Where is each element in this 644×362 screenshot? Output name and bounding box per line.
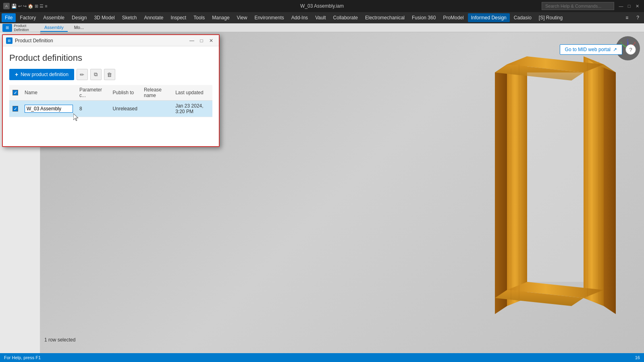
portal-button[interactable]: Go to MID web portal ↗ (560, 44, 622, 55)
external-link-icon: ↗ (613, 47, 617, 52)
menu-assemble[interactable]: Assemble (40, 13, 68, 22)
tab-model[interactable]: Mo... (70, 24, 88, 32)
name-input[interactable] (25, 105, 73, 113)
svg-marker-4 (604, 64, 616, 314)
svg-text:X: X (634, 41, 636, 44)
col-last-updated: Last updated (172, 85, 212, 101)
menu-extra-2[interactable]: ? (633, 13, 642, 22)
col-release-name: Release name (141, 85, 172, 101)
dialog-icon: ⊞ (6, 37, 12, 44)
menu-design[interactable]: Design (69, 13, 90, 22)
maximize-button[interactable]: □ (625, 2, 633, 10)
menu-routing[interactable]: [S] Routing (536, 13, 566, 22)
header-checkbox[interactable] (12, 90, 18, 95)
edit-button[interactable]: ✏ (77, 69, 88, 80)
status-right: 16 (635, 355, 640, 360)
menu-cadasio[interactable]: Cadasio (511, 13, 535, 22)
svg-marker-1 (495, 64, 507, 314)
title-bar-right: — □ ✕ (542, 2, 641, 10)
help-button[interactable]: ? (625, 44, 636, 55)
product-definition-dialog: ⊞ Product Definition — □ ✕ Product defin… (2, 34, 220, 147)
dialog-heading: Product definitions (9, 53, 212, 63)
menu-view[interactable]: View (234, 13, 251, 22)
menu-collaborate[interactable]: Collaborate (330, 13, 361, 22)
menu-sketch[interactable]: Sketch (119, 13, 140, 22)
ribbon-nav-tabs: Assembly Mo... (40, 24, 88, 32)
menu-inspect[interactable]: Inspect (168, 13, 190, 22)
product-definitions-table: Name Parameter c... Publish to Release n… (9, 85, 212, 117)
dialog-minimize-button[interactable]: — (187, 37, 196, 44)
row-checkbox-cell (9, 101, 21, 117)
menu-tools[interactable]: Tools (190, 13, 208, 22)
menu-annotate[interactable]: Annotate (141, 13, 166, 22)
selected-status: 1 row selected (44, 337, 75, 343)
minimize-button[interactable]: — (617, 2, 625, 10)
menu-environments[interactable]: Environments (251, 13, 287, 22)
menu-file[interactable]: File (2, 13, 16, 22)
delete-icon: 🗑 (107, 72, 112, 78)
ribbon-tab-bar: ⊞ Product Definition Assembly Mo... (0, 23, 644, 32)
menu-addins[interactable]: Add-Ins (288, 13, 311, 22)
table-row[interactable]: 8 Unreleased Jan 23 2024, 3:20 PM (9, 101, 212, 117)
svg-text:Z: Z (627, 39, 629, 41)
title-bar: A 💾 ↩ ↪ 🏠 ⊞ ☰ ≡ W_03 Assembly.iam — □ ✕ (0, 0, 644, 12)
menu-3dmodel[interactable]: 3D Model (91, 13, 118, 22)
copy-icon: ⧉ (94, 71, 98, 78)
status-bar: For Help, press F1 16 (0, 353, 644, 362)
dialog-title-text: Product Definition (15, 38, 185, 43)
row-release-name (141, 101, 172, 117)
menu-extra-1[interactable]: ≡ (622, 13, 632, 22)
dialog-maximize-button[interactable]: □ (197, 37, 206, 44)
product-def-icon: ⊞ (2, 24, 12, 32)
row-last-updated: Jan 23 2024, 3:20 PM (172, 101, 212, 117)
menu-electromechanical[interactable]: Electromechanical (362, 13, 408, 22)
tab-assembly[interactable]: Assembly (40, 24, 68, 32)
dialog-window-controls: — □ ✕ (187, 37, 216, 44)
portal-area: Go to MID web portal ↗ ? (560, 44, 636, 55)
product-def-label-small: Product Definition (14, 24, 39, 32)
plus-icon: + (15, 71, 18, 78)
window-title: W_03 Assembly.iam (300, 3, 344, 9)
row-name (21, 101, 76, 117)
title-bar-icons: A 💾 ↩ ↪ 🏠 ⊞ ☰ ≡ (3, 3, 48, 9)
col-name: Name (21, 85, 76, 101)
app-icon: A (3, 3, 10, 9)
col-param-count: Parameter c... (76, 85, 110, 101)
edit-icon: ✏ (80, 72, 84, 78)
col-checkbox (9, 85, 21, 101)
dialog-close-button[interactable]: ✕ (207, 37, 216, 44)
menu-fusion360[interactable]: Fusion 360 (409, 13, 439, 22)
row-param-count: 8 (76, 101, 110, 117)
search-input[interactable] (542, 2, 614, 10)
3d-frame (491, 40, 620, 322)
svg-text:Y: Y (620, 41, 622, 44)
menu-vault[interactable]: Vault (312, 13, 329, 22)
quick-access-icons: 💾 ↩ ↪ 🏠 ⊞ ☰ ≡ (11, 4, 48, 9)
copy-button[interactable]: ⧉ (90, 69, 102, 80)
menu-informed-design[interactable]: Informed Design (468, 13, 510, 22)
table-header-row: Name Parameter c... Publish to Release n… (9, 85, 212, 101)
menu-promodel[interactable]: ProModel (440, 13, 467, 22)
window-controls: — □ ✕ (617, 2, 641, 10)
close-button[interactable]: ✕ (634, 2, 641, 10)
product-def-icon-area: ⊞ Product Definition (2, 24, 39, 32)
svg-marker-0 (507, 56, 527, 306)
dialog-body: Product definitions + New product defini… (3, 46, 219, 121)
col-publish-to: Publish to (110, 85, 141, 101)
row-publish-to: Unreleased (110, 101, 141, 117)
svg-marker-10 (527, 72, 584, 282)
menu-manage[interactable]: Manage (209, 13, 233, 22)
new-product-definition-button[interactable]: + New product definition (9, 69, 74, 80)
status-number: 16 (635, 355, 640, 360)
help-text: For Help, press F1 (4, 355, 41, 360)
menu-factory[interactable]: Factory (17, 13, 39, 22)
delete-button[interactable]: 🗑 (104, 69, 115, 80)
menu-bar: File Factory Assemble Design 3D Model Sk… (0, 12, 644, 23)
dialog-title-bar: ⊞ Product Definition — □ ✕ (3, 35, 219, 46)
row-checkbox[interactable] (12, 106, 18, 112)
dialog-toolbar: + New product definition ✏ ⧉ 🗑 (9, 69, 212, 80)
